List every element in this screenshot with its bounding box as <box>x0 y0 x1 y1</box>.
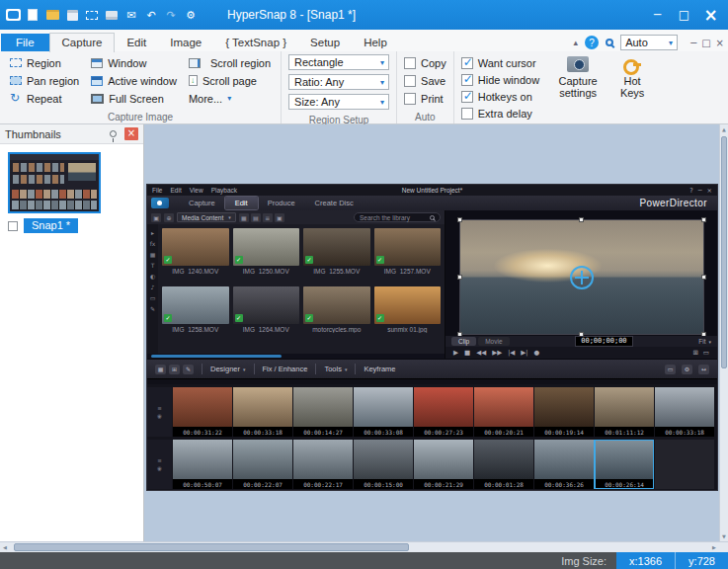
pd-track-icon[interactable]: ≡ <box>157 405 162 411</box>
captured-screenshot-powerdirector[interactable]: New Untitled Project* FileEditViewPlayba… <box>146 184 718 491</box>
hide-window-checkbox[interactable]: Hide window <box>461 72 539 87</box>
pd-track-icon[interactable]: ◉ <box>157 413 162 419</box>
maximize-button[interactable]: □ <box>671 4 697 26</box>
pd-track-icon[interactable]: ≡ <box>157 457 162 463</box>
pd-room-icon[interactable]: ▦ <box>150 251 156 258</box>
pd-menu-item[interactable]: Playback <box>211 187 237 194</box>
pd-room-icon[interactable]: ♪ <box>151 284 155 290</box>
full-screen-button[interactable]: Full Screen <box>88 90 180 107</box>
size-dropdown[interactable]: Size: Any▾ <box>288 94 389 110</box>
timeline-clip[interactable]: 00:00:33:18 <box>655 387 714 437</box>
snap-checkbox[interactable] <box>8 221 18 231</box>
pd-toolbar-icon[interactable]: ↔ <box>698 365 709 374</box>
pd-clip-toggle[interactable]: Clip <box>451 337 476 346</box>
pd-toolbar-icon[interactable]: ▭ <box>665 365 676 374</box>
pd-keyframe-button[interactable]: Keyframe <box>364 365 395 373</box>
vertical-scrollbar[interactable]: ▲ ▼ <box>719 124 728 541</box>
media-item[interactable]: ✓ motorcycles.mpo <box>303 286 370 333</box>
pd-toolbar-icon[interactable]: ✎ <box>183 365 194 374</box>
new-document-button[interactable] <box>24 7 41 23</box>
print-button[interactable] <box>103 7 121 23</box>
ribbon-tab[interactable]: Edit <box>115 34 158 51</box>
copy-checkbox[interactable]: Copy <box>404 55 446 70</box>
scroll-page-button[interactable]: Scroll page <box>186 72 274 89</box>
media-item[interactable]: ✓ IMG_1258.MOV <box>162 286 229 333</box>
pd-library-tool-icon[interactable]: ▣ <box>151 213 161 222</box>
pd-designer-button[interactable]: Designer▾ <box>210 365 246 373</box>
repeat-button[interactable]: ↻Repeat <box>7 90 82 107</box>
help-icon[interactable]: ? <box>585 36 599 49</box>
panel-close-button[interactable]: × <box>124 127 138 140</box>
image-canvas[interactable]: New Untitled Project* FileEditViewPlayba… <box>144 124 719 541</box>
media-item[interactable]: ✓ IMG_1240.MOV <box>162 228 229 275</box>
scroll-left-arrow[interactable]: ◀ <box>0 542 10 552</box>
redo-button[interactable]: ↷ <box>162 7 180 23</box>
selection-handle[interactable] <box>701 217 706 222</box>
timeline-clip[interactable]: 00:00:26:14 <box>595 440 654 489</box>
pd-library-scrollbar[interactable] <box>147 354 445 359</box>
pd-mode-tab[interactable]: Create Disc <box>305 197 364 209</box>
hot-keys-button[interactable]: Hot Keys <box>613 53 651 122</box>
pd-transport-button[interactable]: |◀ <box>508 349 515 357</box>
timeline-empty-slot[interactable] <box>655 440 714 489</box>
media-item[interactable]: ✓ IMG_1250.MOV <box>233 228 300 275</box>
pd-tools-button[interactable]: Tools▾ <box>324 365 347 373</box>
pd-toolbar-icon[interactable]: ⊞ <box>169 365 180 374</box>
scroll-region-button[interactable]: Scroll region <box>186 54 274 71</box>
pd-view-icon[interactable]: ▣ <box>275 213 284 222</box>
ribbon-tab[interactable]: Image <box>158 34 213 51</box>
scroll-up-arrow[interactable]: ▲ <box>720 124 728 134</box>
pd-toolbar-icon[interactable]: ⚙ <box>682 365 692 374</box>
pd-preview-frame[interactable] <box>459 219 704 335</box>
pd-transport-button[interactable]: ■ <box>464 349 470 357</box>
scroll-down-arrow[interactable]: ▼ <box>720 531 728 541</box>
region-button[interactable]: Region <box>7 54 82 71</box>
crosshair-target-icon[interactable] <box>570 266 594 289</box>
print-checkbox[interactable]: Print <box>404 91 446 106</box>
timeline-clip[interactable]: 00:00:22:07 <box>233 440 292 489</box>
settings-button[interactable]: ⚙ <box>182 7 200 23</box>
ribbon-tab[interactable]: { TextSnap } <box>213 34 298 51</box>
media-item[interactable]: ✓ IMG_1257.MOV <box>374 228 442 275</box>
timeline-clip[interactable]: 00:00:21:29 <box>414 440 473 489</box>
pd-menu-item[interactable]: File <box>152 187 162 194</box>
scrollbar-thumb[interactable] <box>721 136 727 368</box>
timeline-clip[interactable]: 00:00:22:17 <box>293 440 353 489</box>
pd-transport-button[interactable]: ▶▶ <box>492 349 502 357</box>
pd-view-icon[interactable]: ▤ <box>251 213 261 222</box>
timeline-clip[interactable]: 00:00:33:18 <box>233 387 292 437</box>
zoom-combobox[interactable]: Auto ▾ <box>620 35 678 50</box>
window-button[interactable]: Window <box>88 54 180 71</box>
pd-transport-icon[interactable]: ⊞ <box>692 349 697 357</box>
capture-button[interactable] <box>83 7 101 23</box>
open-file-button[interactable] <box>43 7 61 23</box>
save-button[interactable] <box>63 7 81 23</box>
timeline-clip[interactable]: 00:00:14:27 <box>293 387 353 437</box>
pd-transport-button[interactable]: ▶ <box>453 349 458 357</box>
pd-fix-enhance-button[interactable]: Fix / Enhance <box>263 365 308 373</box>
pd-fit-dropdown[interactable]: Fit ▾ <box>698 338 711 345</box>
pd-room-icon[interactable]: fx <box>150 240 156 247</box>
pd-media-content-dropdown[interactable]: Media Content ▾ <box>177 212 236 222</box>
ratio-dropdown[interactable]: Ratio: Any▾ <box>288 74 389 90</box>
doc-close-icon[interactable]: × <box>716 38 724 48</box>
timeline-clip[interactable]: 00:00:31:22 <box>173 387 232 437</box>
selection-handle[interactable] <box>457 275 462 280</box>
pd-view-icon[interactable]: ≡ <box>263 213 273 222</box>
pd-track-icon[interactable]: ◉ <box>157 465 162 471</box>
scrollbar-thumb[interactable] <box>151 355 282 358</box>
pd-movie-toggle[interactable]: Movie <box>478 337 509 346</box>
timeline-clip[interactable]: 00:00:36:26 <box>534 440 594 489</box>
timeline-clip[interactable]: 00:01:11:12 <box>595 387 654 437</box>
email-button[interactable]: ✉ <box>122 7 140 23</box>
extra-delay-checkbox[interactable]: Extra delay <box>461 106 539 121</box>
pd-room-icon[interactable]: ✎ <box>150 305 155 312</box>
horizontal-scrollbar[interactable]: ◀ ▶ <box>0 541 728 552</box>
pd-room-icon[interactable]: ◐ <box>150 273 155 280</box>
media-item[interactable]: ✓ IMG_1255.MOV <box>303 228 370 275</box>
pd-menu-item[interactable]: View <box>190 187 203 194</box>
pd-menu-item[interactable]: Edit <box>170 187 181 194</box>
pd-room-icon[interactable]: T <box>151 262 155 269</box>
pd-window-control-icon[interactable]: × <box>707 187 712 195</box>
timeline-clip[interactable]: 00:00:19:14 <box>534 387 594 437</box>
